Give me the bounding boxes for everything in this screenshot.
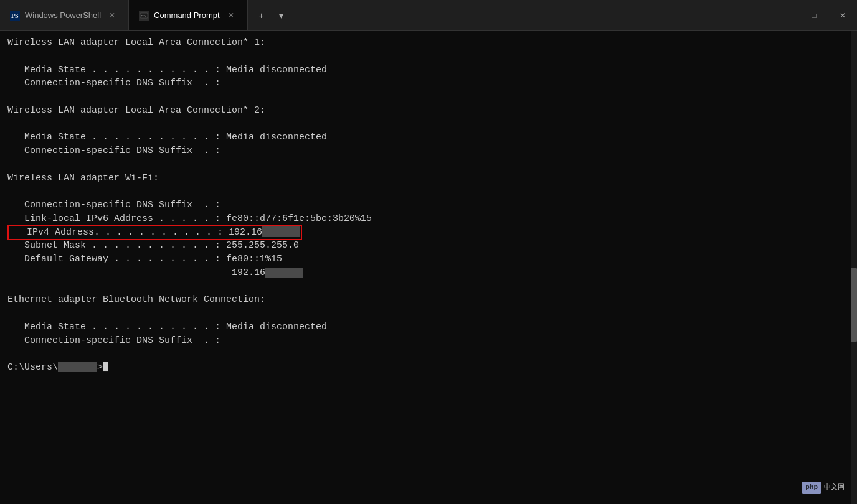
tabs-area: PS Windows PowerShell ✕ C:\ Command Prom… xyxy=(0,0,771,30)
terminal-content: Wireless LAN adapter Local Area Connecti… xyxy=(7,36,850,375)
titlebar: PS Windows PowerShell ✕ C:\ Command Prom… xyxy=(0,0,857,31)
svg-text:PS: PS xyxy=(11,12,19,19)
svg-text:C:\: C:\ xyxy=(141,14,146,19)
scrollbar-thumb[interactable] xyxy=(851,268,857,342)
watermark: php 中文网 xyxy=(802,482,845,494)
scrollbar[interactable] xyxy=(851,31,857,504)
prompt-line: C:\Users\ >█ xyxy=(7,362,108,373)
line-subnet: Subnet Mask . . . . . . . . . . . : 255.… xyxy=(7,240,303,278)
ipv4-highlight-box: IPv4 Address. . . . . . . . . . . : 192.… xyxy=(7,225,302,241)
tab-cmd-label: Command Prompt xyxy=(154,11,219,20)
ipv4-redacted xyxy=(262,226,300,237)
line-bt-media: Media State . . . . . . . . . . . : Medi… xyxy=(7,322,327,346)
line-media-1: Media State . . . . . . . . . . . : Medi… xyxy=(7,65,327,89)
tab-powershell-close[interactable]: ✕ xyxy=(106,9,118,22)
tab-cmd-close[interactable]: ✕ xyxy=(225,9,237,22)
line-ethernet: Ethernet adapter Bluetooth Network Conne… xyxy=(7,294,265,305)
cursor: █ xyxy=(103,362,108,373)
close-button[interactable]: ✕ xyxy=(828,0,857,30)
line-media-2: Media State . . . . . . . . . . . : Medi… xyxy=(7,132,327,156)
tab-powershell[interactable]: PS Windows PowerShell ✕ xyxy=(0,0,129,30)
line-wifi-dns: Connection-specific DNS Suffix . : Link-… xyxy=(7,200,372,224)
terminal-window[interactable]: Wireless LAN adapter Local Area Connecti… xyxy=(0,31,857,504)
tab-powershell-label: Windows PowerShell xyxy=(25,11,101,20)
site-name: 中文网 xyxy=(824,483,845,493)
line-2: Wireless LAN adapter Local Area Connecti… xyxy=(7,105,265,116)
maximize-button[interactable]: □ xyxy=(800,0,828,30)
tab-cmd[interactable]: C:\ Command Prompt ✕ xyxy=(129,0,247,30)
powershell-icon: PS xyxy=(10,11,20,21)
dropdown-button[interactable]: ▾ xyxy=(273,7,290,24)
minimize-button[interactable]: — xyxy=(771,0,800,30)
new-tab-button[interactable]: + xyxy=(253,7,270,24)
cmd-icon: C:\ xyxy=(139,11,149,21)
ipv4-line: IPv4 Address. . . . . . . . . . . : 192.… xyxy=(7,227,302,238)
line-wifi: Wireless LAN adapter Wi-Fi: xyxy=(7,173,159,184)
line-1: Wireless LAN adapter Local Area Connecti… xyxy=(7,37,265,48)
php-badge: php xyxy=(802,482,821,494)
username-redacted xyxy=(58,362,97,373)
titlebar-new-tab-area: + ▾ xyxy=(248,0,295,30)
window-controls: — □ ✕ xyxy=(771,0,857,30)
gateway-redacted xyxy=(265,268,303,278)
